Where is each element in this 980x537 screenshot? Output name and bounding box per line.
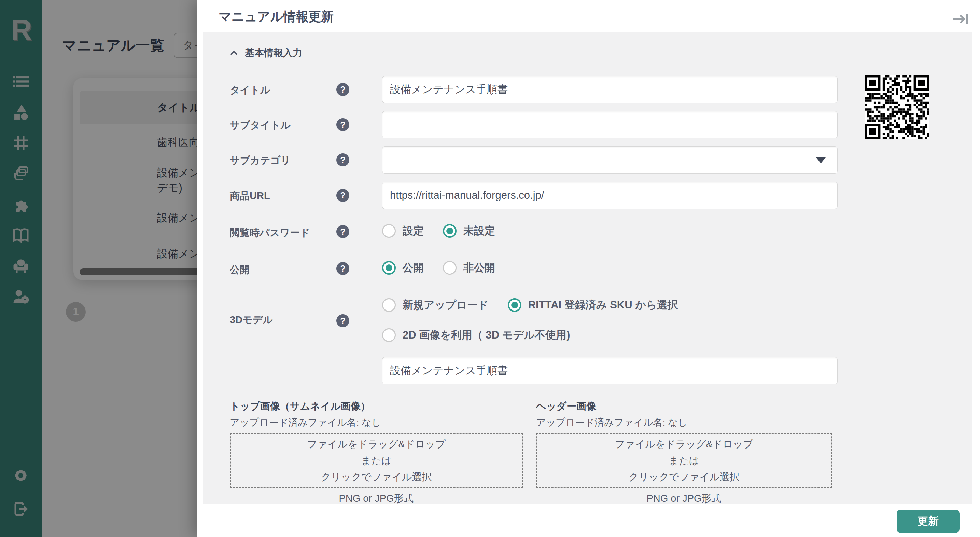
radio-2d-image[interactable] bbox=[382, 328, 396, 342]
model3d-radio-row-2: 2D 画像を利用（ 3D モデル不使用) bbox=[382, 328, 582, 342]
help-icon[interactable]: ? bbox=[336, 314, 349, 327]
view-password-radio-group: 設定 未設定 bbox=[382, 224, 508, 238]
section-basic-info-toggle[interactable]: 基本情報入力 bbox=[230, 46, 302, 59]
dropzone-text: クリックでファイル選択 bbox=[628, 470, 739, 484]
qr-code bbox=[865, 75, 929, 139]
radio-password-unset[interactable] bbox=[443, 224, 457, 238]
help-icon[interactable]: ? bbox=[336, 118, 349, 131]
field-label-3d-model: 3Dモデル bbox=[230, 313, 332, 327]
subtitle-input[interactable] bbox=[382, 111, 838, 139]
uploaded-filename-label: アップロード済みファイル名: なし bbox=[230, 416, 523, 429]
header-image-dropzone[interactable]: ファイルをドラッグ&ドロップ または クリックでファイル選択 bbox=[536, 433, 832, 489]
basic-info-panel: 基本情報入力 タイトル ? サブタイトル ? サブカテゴリ ? 商品URL ? bbox=[203, 32, 972, 504]
title-input[interactable] bbox=[382, 76, 838, 103]
top-image-dropzone[interactable]: ファイルをドラッグ&ドロップ または クリックでファイル選択 bbox=[230, 433, 523, 489]
dropzone-text: または bbox=[668, 454, 699, 468]
help-icon[interactable]: ? bbox=[336, 262, 349, 275]
drawer-title: マニュアル情報更新 bbox=[218, 8, 334, 25]
publish-radio-group: 公開 非公開 bbox=[382, 261, 508, 275]
radio-label[interactable]: 設定 bbox=[402, 224, 424, 238]
field-label-subcategory: サブカテゴリ bbox=[230, 154, 332, 167]
subcategory-select[interactable] bbox=[382, 146, 838, 174]
collapse-drawer-icon[interactable] bbox=[952, 11, 970, 27]
update-button[interactable]: 更新 bbox=[897, 510, 959, 533]
model3d-radio-row-1: 新規アップロード RITTAI 登録済み SKU から選択 bbox=[382, 298, 690, 312]
manual-update-drawer: マニュアル情報更新 基本情報入力 タイトル ? サブタイトル ? サブカテゴリ bbox=[197, 0, 980, 537]
radio-label[interactable]: 2D 画像を利用（ 3D モデル不使用) bbox=[402, 328, 570, 342]
uploaded-filename-label: アップロード済みファイル名: なし bbox=[536, 416, 832, 429]
field-label-product-url: 商品URL bbox=[230, 189, 332, 203]
format-note: PNG or JPG形式 bbox=[536, 492, 832, 505]
radio-sku-select[interactable] bbox=[508, 298, 522, 312]
field-label-title: タイトル bbox=[230, 83, 332, 97]
radio-new-upload[interactable] bbox=[382, 298, 396, 312]
format-note: PNG or JPG形式 bbox=[230, 492, 523, 505]
radio-label[interactable]: 新規アップロード bbox=[402, 298, 488, 312]
chevron-up-icon bbox=[230, 50, 238, 56]
upload-title: トップ画像（サムネイル画像） bbox=[230, 400, 523, 413]
sku-name-input[interactable] bbox=[382, 357, 838, 384]
field-label-publish: 公開 bbox=[230, 263, 332, 277]
dropzone-text: ファイルをドラッグ&ドロップ bbox=[307, 438, 445, 451]
radio-label[interactable]: 公開 bbox=[402, 261, 424, 275]
help-icon[interactable]: ? bbox=[336, 153, 349, 166]
radio-public[interactable] bbox=[382, 261, 396, 275]
help-icon[interactable]: ? bbox=[336, 225, 349, 238]
screen: R bbox=[0, 0, 980, 537]
chevron-down-icon bbox=[816, 158, 826, 163]
dropzone-text: または bbox=[361, 454, 391, 468]
help-icon[interactable]: ? bbox=[336, 83, 349, 96]
dropzone-text: クリックでファイル選択 bbox=[321, 470, 432, 484]
help-icon[interactable]: ? bbox=[336, 189, 349, 202]
product-url-input[interactable] bbox=[382, 182, 838, 209]
radio-label[interactable]: 非公開 bbox=[463, 261, 495, 275]
upload-title: ヘッダー画像 bbox=[536, 400, 832, 413]
section-title: 基本情報入力 bbox=[245, 46, 302, 59]
field-label-view-password: 閲覧時パスワード bbox=[230, 226, 332, 240]
radio-password-set[interactable] bbox=[382, 224, 396, 238]
field-label-subtitle: サブタイトル bbox=[230, 118, 332, 132]
header-image-upload: ヘッダー画像 アップロード済みファイル名: なし ファイルをドラッグ&ドロップ … bbox=[536, 400, 832, 505]
top-image-upload: トップ画像（サムネイル画像） アップロード済みファイル名: なし ファイルをドラ… bbox=[230, 400, 523, 505]
radio-private[interactable] bbox=[443, 261, 457, 275]
radio-label[interactable]: RITTAI 登録済み SKU から選択 bbox=[528, 298, 678, 312]
radio-label[interactable]: 未設定 bbox=[463, 224, 495, 238]
dropzone-text: ファイルをドラッグ&ドロップ bbox=[615, 438, 753, 451]
